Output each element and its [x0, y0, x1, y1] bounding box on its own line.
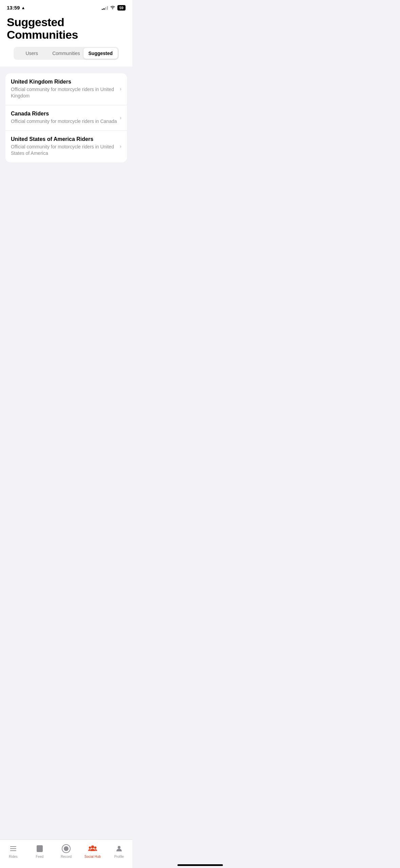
community-name: Canada Riders: [11, 111, 117, 117]
header: Suggested Communities Users Communities …: [0, 13, 132, 67]
tab-users[interactable]: Users: [15, 48, 49, 59]
status-right: 59: [102, 5, 126, 11]
community-item-uk[interactable]: United Kingdom Riders Official community…: [5, 73, 127, 105]
chevron-right-icon: ›: [120, 86, 121, 92]
status-time: 13:59 ▲: [7, 5, 25, 11]
community-name: United States of America Riders: [11, 136, 117, 142]
chevron-right-icon: ›: [120, 115, 121, 121]
status-bar: 13:59 ▲ 59: [0, 0, 132, 13]
community-desc: Official community for motorcycle riders…: [11, 118, 117, 125]
battery-indicator: 59: [117, 5, 126, 11]
wifi-icon: [110, 5, 115, 10]
location-icon: ▲: [21, 5, 25, 10]
community-desc: Official community for motorcycle riders…: [11, 86, 117, 100]
signal-icon: [102, 6, 108, 10]
tab-suggested[interactable]: Suggested: [83, 48, 118, 59]
segmented-control: Users Communities Suggested: [14, 47, 119, 60]
community-name: United Kingdom Riders: [11, 79, 117, 85]
content-area: United Kingdom Riders Official community…: [0, 67, 132, 270]
community-item-canada[interactable]: Canada Riders Official community for mot…: [5, 105, 127, 131]
communities-card: United Kingdom Riders Official community…: [5, 73, 127, 162]
community-desc: Official community for motorcycle riders…: [11, 144, 117, 157]
community-item-usa[interactable]: United States of America Riders Official…: [5, 131, 127, 162]
chevron-right-icon: ›: [120, 143, 121, 149]
page-title: Suggested Communities: [7, 16, 126, 41]
tab-communities[interactable]: Communities: [49, 48, 83, 59]
